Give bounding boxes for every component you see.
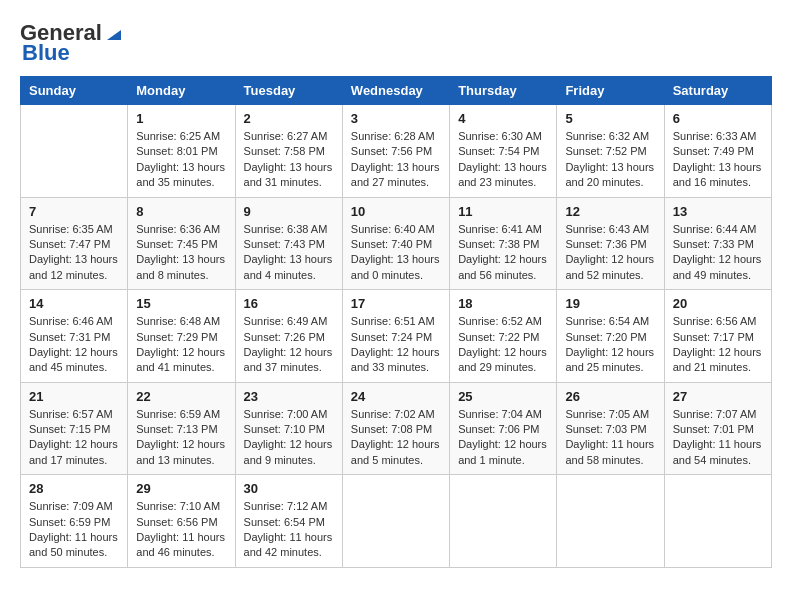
day-info: Sunrise: 6:33 AMSunset: 7:49 PMDaylight:… [673, 129, 763, 191]
logo-blue: Blue [20, 40, 70, 66]
calendar-cell: 10Sunrise: 6:40 AMSunset: 7:40 PMDayligh… [342, 197, 449, 290]
calendar-cell: 1Sunrise: 6:25 AMSunset: 8:01 PMDaylight… [128, 105, 235, 198]
days-of-week-row: SundayMondayTuesdayWednesdayThursdayFrid… [21, 77, 772, 105]
calendar-cell: 25Sunrise: 7:04 AMSunset: 7:06 PMDayligh… [450, 382, 557, 475]
calendar-cell: 29Sunrise: 7:10 AMSunset: 6:56 PMDayligh… [128, 475, 235, 568]
day-info: Sunrise: 6:48 AMSunset: 7:29 PMDaylight:… [136, 314, 226, 376]
calendar-cell: 16Sunrise: 6:49 AMSunset: 7:26 PMDayligh… [235, 290, 342, 383]
day-info: Sunrise: 6:43 AMSunset: 7:36 PMDaylight:… [565, 222, 655, 284]
logo: General Blue [20, 20, 125, 66]
day-info: Sunrise: 6:32 AMSunset: 7:52 PMDaylight:… [565, 129, 655, 191]
calendar-cell: 15Sunrise: 6:48 AMSunset: 7:29 PMDayligh… [128, 290, 235, 383]
day-number: 7 [29, 204, 119, 219]
calendar-cell: 8Sunrise: 6:36 AMSunset: 7:45 PMDaylight… [128, 197, 235, 290]
calendar-cell [557, 475, 664, 568]
day-number: 12 [565, 204, 655, 219]
day-info: Sunrise: 6:40 AMSunset: 7:40 PMDaylight:… [351, 222, 441, 284]
day-info: Sunrise: 6:54 AMSunset: 7:20 PMDaylight:… [565, 314, 655, 376]
day-info: Sunrise: 7:07 AMSunset: 7:01 PMDaylight:… [673, 407, 763, 469]
day-of-week-saturday: Saturday [664, 77, 771, 105]
day-of-week-wednesday: Wednesday [342, 77, 449, 105]
calendar-cell: 11Sunrise: 6:41 AMSunset: 7:38 PMDayligh… [450, 197, 557, 290]
day-number: 30 [244, 481, 334, 496]
day-info: Sunrise: 6:56 AMSunset: 7:17 PMDaylight:… [673, 314, 763, 376]
day-number: 24 [351, 389, 441, 404]
calendar-cell: 14Sunrise: 6:46 AMSunset: 7:31 PMDayligh… [21, 290, 128, 383]
calendar-week-4: 21Sunrise: 6:57 AMSunset: 7:15 PMDayligh… [21, 382, 772, 475]
calendar-cell: 13Sunrise: 6:44 AMSunset: 7:33 PMDayligh… [664, 197, 771, 290]
calendar-cell: 17Sunrise: 6:51 AMSunset: 7:24 PMDayligh… [342, 290, 449, 383]
day-number: 29 [136, 481, 226, 496]
calendar-cell: 12Sunrise: 6:43 AMSunset: 7:36 PMDayligh… [557, 197, 664, 290]
day-number: 15 [136, 296, 226, 311]
calendar-cell: 30Sunrise: 7:12 AMSunset: 6:54 PMDayligh… [235, 475, 342, 568]
day-info: Sunrise: 6:38 AMSunset: 7:43 PMDaylight:… [244, 222, 334, 284]
calendar-cell: 4Sunrise: 6:30 AMSunset: 7:54 PMDaylight… [450, 105, 557, 198]
day-number: 20 [673, 296, 763, 311]
day-number: 17 [351, 296, 441, 311]
day-info: Sunrise: 6:25 AMSunset: 8:01 PMDaylight:… [136, 129, 226, 191]
day-info: Sunrise: 7:02 AMSunset: 7:08 PMDaylight:… [351, 407, 441, 469]
day-info: Sunrise: 7:10 AMSunset: 6:56 PMDaylight:… [136, 499, 226, 561]
day-number: 23 [244, 389, 334, 404]
page-header: General Blue [20, 20, 772, 66]
calendar-cell [450, 475, 557, 568]
calendar-week-5: 28Sunrise: 7:09 AMSunset: 6:59 PMDayligh… [21, 475, 772, 568]
calendar-week-1: 1Sunrise: 6:25 AMSunset: 8:01 PMDaylight… [21, 105, 772, 198]
day-number: 14 [29, 296, 119, 311]
day-info: Sunrise: 7:04 AMSunset: 7:06 PMDaylight:… [458, 407, 548, 469]
day-of-week-tuesday: Tuesday [235, 77, 342, 105]
day-info: Sunrise: 6:36 AMSunset: 7:45 PMDaylight:… [136, 222, 226, 284]
calendar-week-2: 7Sunrise: 6:35 AMSunset: 7:47 PMDaylight… [21, 197, 772, 290]
day-info: Sunrise: 7:09 AMSunset: 6:59 PMDaylight:… [29, 499, 119, 561]
day-number: 22 [136, 389, 226, 404]
svg-marker-0 [107, 30, 121, 40]
day-info: Sunrise: 7:05 AMSunset: 7:03 PMDaylight:… [565, 407, 655, 469]
day-number: 26 [565, 389, 655, 404]
calendar-cell: 5Sunrise: 6:32 AMSunset: 7:52 PMDaylight… [557, 105, 664, 198]
day-number: 1 [136, 111, 226, 126]
day-number: 11 [458, 204, 548, 219]
calendar-cell: 6Sunrise: 6:33 AMSunset: 7:49 PMDaylight… [664, 105, 771, 198]
day-number: 10 [351, 204, 441, 219]
day-number: 25 [458, 389, 548, 404]
calendar-cell: 21Sunrise: 6:57 AMSunset: 7:15 PMDayligh… [21, 382, 128, 475]
day-info: Sunrise: 6:44 AMSunset: 7:33 PMDaylight:… [673, 222, 763, 284]
calendar-cell: 7Sunrise: 6:35 AMSunset: 7:47 PMDaylight… [21, 197, 128, 290]
day-info: Sunrise: 6:57 AMSunset: 7:15 PMDaylight:… [29, 407, 119, 469]
day-number: 2 [244, 111, 334, 126]
calendar-cell: 28Sunrise: 7:09 AMSunset: 6:59 PMDayligh… [21, 475, 128, 568]
calendar-cell: 27Sunrise: 7:07 AMSunset: 7:01 PMDayligh… [664, 382, 771, 475]
calendar-cell: 3Sunrise: 6:28 AMSunset: 7:56 PMDaylight… [342, 105, 449, 198]
day-info: Sunrise: 6:41 AMSunset: 7:38 PMDaylight:… [458, 222, 548, 284]
day-number: 21 [29, 389, 119, 404]
calendar-cell [664, 475, 771, 568]
day-info: Sunrise: 6:51 AMSunset: 7:24 PMDaylight:… [351, 314, 441, 376]
day-number: 27 [673, 389, 763, 404]
day-info: Sunrise: 6:30 AMSunset: 7:54 PMDaylight:… [458, 129, 548, 191]
day-info: Sunrise: 6:52 AMSunset: 7:22 PMDaylight:… [458, 314, 548, 376]
day-info: Sunrise: 6:27 AMSunset: 7:58 PMDaylight:… [244, 129, 334, 191]
day-number: 19 [565, 296, 655, 311]
logo-arrow-icon [103, 20, 125, 42]
calendar-cell [21, 105, 128, 198]
calendar-cell: 9Sunrise: 6:38 AMSunset: 7:43 PMDaylight… [235, 197, 342, 290]
day-number: 13 [673, 204, 763, 219]
day-number: 9 [244, 204, 334, 219]
day-info: Sunrise: 6:46 AMSunset: 7:31 PMDaylight:… [29, 314, 119, 376]
calendar-header: SundayMondayTuesdayWednesdayThursdayFrid… [21, 77, 772, 105]
day-info: Sunrise: 7:00 AMSunset: 7:10 PMDaylight:… [244, 407, 334, 469]
day-of-week-thursday: Thursday [450, 77, 557, 105]
calendar-cell: 20Sunrise: 6:56 AMSunset: 7:17 PMDayligh… [664, 290, 771, 383]
day-of-week-sunday: Sunday [21, 77, 128, 105]
day-info: Sunrise: 6:59 AMSunset: 7:13 PMDaylight:… [136, 407, 226, 469]
calendar-cell: 26Sunrise: 7:05 AMSunset: 7:03 PMDayligh… [557, 382, 664, 475]
calendar-cell: 23Sunrise: 7:00 AMSunset: 7:10 PMDayligh… [235, 382, 342, 475]
day-number: 28 [29, 481, 119, 496]
day-info: Sunrise: 7:12 AMSunset: 6:54 PMDaylight:… [244, 499, 334, 561]
day-of-week-monday: Monday [128, 77, 235, 105]
day-number: 8 [136, 204, 226, 219]
calendar-cell: 18Sunrise: 6:52 AMSunset: 7:22 PMDayligh… [450, 290, 557, 383]
day-number: 18 [458, 296, 548, 311]
calendar-week-3: 14Sunrise: 6:46 AMSunset: 7:31 PMDayligh… [21, 290, 772, 383]
